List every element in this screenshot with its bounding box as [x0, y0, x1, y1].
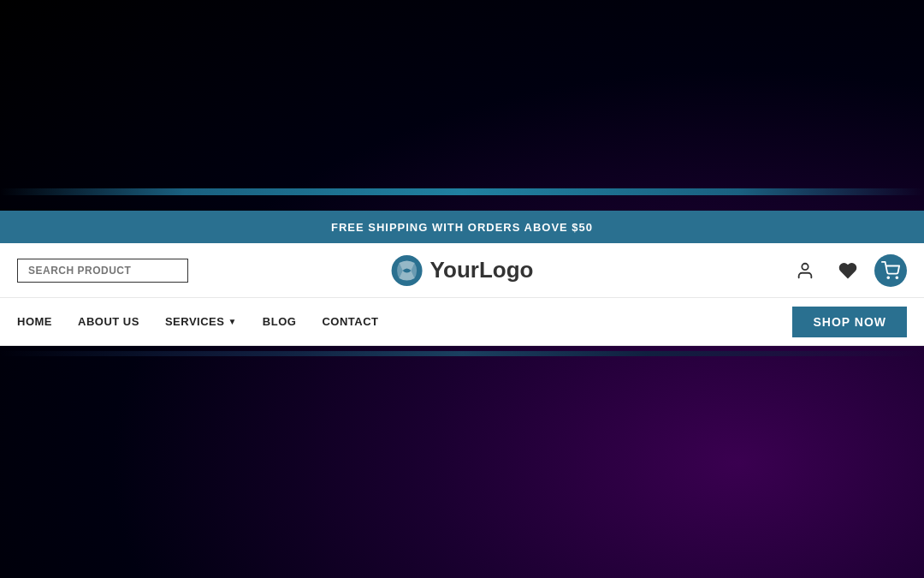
- nav-item-home[interactable]: HOME: [17, 315, 52, 328]
- logo[interactable]: YourLogo: [391, 254, 534, 287]
- logo-text: YourLogo: [430, 257, 534, 283]
- nav-item-blog[interactable]: BLOG: [263, 315, 297, 328]
- svg-point-3: [896, 277, 897, 278]
- nav-link-blog[interactable]: BLOG: [263, 315, 297, 328]
- glow-top: [0, 188, 924, 195]
- nav-link-home[interactable]: HOME: [17, 315, 52, 328]
- services-chevron-icon: ▼: [228, 317, 236, 326]
- header-icons: [789, 254, 907, 287]
- glow-bottom: [0, 351, 924, 356]
- nav-link-about[interactable]: ABOUT US: [78, 315, 139, 328]
- heart-icon: [838, 261, 857, 280]
- header-wrapper: FREE SHIPPING WITH ORDERS ABOVE $50 Your…: [0, 211, 924, 346]
- announcement-bar: FREE SHIPPING WITH ORDERS ABOVE $50: [0, 211, 924, 243]
- logo-icon: [391, 254, 424, 287]
- nav-item-about[interactable]: ABOUT US: [78, 315, 139, 328]
- svg-point-2: [887, 277, 889, 278]
- nav-link-contact[interactable]: CONTACT: [322, 315, 378, 328]
- wishlist-icon-button[interactable]: [832, 254, 864, 287]
- nav-bar: HOME ABOUT US SERVICES ▼ BLOG CONTACT SH…: [0, 298, 924, 346]
- user-icon: [796, 261, 814, 280]
- nav-links: HOME ABOUT US SERVICES ▼ BLOG CONTACT: [17, 315, 378, 328]
- main-header: YourLogo: [0, 243, 924, 298]
- cart-icon: [881, 261, 900, 280]
- user-icon-button[interactable]: [789, 254, 821, 287]
- nav-item-contact[interactable]: CONTACT: [322, 315, 378, 328]
- search-container: [17, 259, 188, 283]
- svg-point-1: [802, 263, 808, 269]
- search-input[interactable]: [17, 259, 188, 283]
- shop-now-button[interactable]: SHOP NOW: [792, 307, 907, 337]
- nav-link-services[interactable]: SERVICES ▼: [165, 315, 237, 328]
- svg-point-0: [392, 255, 423, 286]
- announcement-text: FREE SHIPPING WITH ORDERS ABOVE $50: [331, 221, 593, 234]
- cart-icon-button[interactable]: [874, 254, 907, 287]
- logo-light: Logo: [479, 257, 534, 283]
- nav-item-services[interactable]: SERVICES ▼: [165, 315, 237, 328]
- logo-bold: Your: [430, 257, 479, 283]
